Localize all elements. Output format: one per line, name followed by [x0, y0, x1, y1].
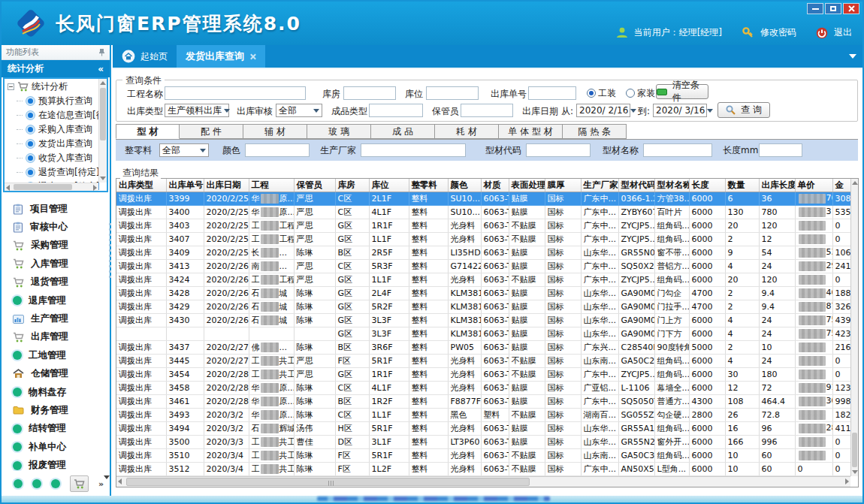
table-row-20[interactable]: 调拨出库35122020/3/4工共工程陈琳F区1L2F整料光身料6063-T5… — [116, 462, 850, 475]
change-password-link[interactable]: 修改密码 — [760, 26, 796, 39]
column-header-16[interactable]: 数量 — [725, 179, 759, 192]
tree-item-1[interactable]: 在途信息查询[待 — [5, 108, 107, 122]
tree-item-4[interactable]: 收货入库查询 — [5, 151, 107, 165]
table-row-8[interactable]: 调拨出库34292020/2/26石城陈琳G区5R2F整料KLM38176063… — [116, 300, 850, 313]
material-tab-6[interactable]: 单 体 型 材 — [499, 124, 563, 139]
table-row-11[interactable]: 调拨出库34372020/2/27佛...陈琳B区3R6F整料PW056063-… — [116, 340, 850, 354]
sidebar-item-5[interactable]: 退库管理 — [2, 291, 110, 309]
sidebar-item-8[interactable]: 工地管理 — [2, 346, 110, 364]
color-input[interactable] — [245, 143, 310, 157]
grid-horizontal-scrollbar[interactable] — [116, 476, 850, 487]
table-row-9[interactable]: 调拨出库34302020/2/26石城陈琳G区3L3F整料KLM38176063… — [116, 313, 850, 327]
tab-list-caret-icon[interactable] — [849, 54, 856, 59]
column-header-3[interactable]: 工程 — [249, 179, 294, 192]
column-header-6[interactable]: 库位 — [369, 179, 409, 192]
sidebar-item-2[interactable]: 采购管理 — [2, 237, 110, 255]
column-header-19[interactable]: 金 — [832, 179, 850, 192]
column-header-8[interactable]: 颜色 — [448, 179, 481, 192]
tree-item-3[interactable]: 发货出库查询 — [5, 137, 107, 151]
column-header-2[interactable]: 出库日期 — [204, 179, 249, 192]
sidebar-item-0[interactable]: 项目管理 — [2, 200, 110, 218]
sidebar-item-6[interactable]: 生产管理 — [2, 309, 110, 327]
table-row-0[interactable]: 调拨出库33992020/2/25华原...严思C区2L1F整料SU10...6… — [116, 192, 850, 205]
table-row-5[interactable]: 调拨出库34132020/2/26南...严思C区5R3F整料G71422606… — [116, 259, 850, 273]
table-row-3[interactable]: 调拨出库34072020/2/25工工程严思G区1L1F整料光身料6063-T5… — [116, 232, 850, 246]
table-row-16[interactable]: 调拨出库34932020/3/2华原...陈琳C区1L1F整料黑色塑料不贴膜国标… — [116, 408, 850, 421]
material-tab-4[interactable]: 成 品 — [371, 124, 435, 139]
radio-gongzhuang[interactable]: 工装 — [587, 87, 616, 100]
sidebar-section-header[interactable]: 统计分析 « — [2, 60, 110, 77]
material-tab-3[interactable]: 玻 璃 — [307, 124, 371, 139]
audit-select[interactable]: 全部 — [276, 104, 322, 117]
grid-vertical-scrollbar[interactable] — [850, 179, 858, 476]
sidebar-item-13[interactable]: 补单中心 — [2, 438, 110, 456]
search-button[interactable]: 查 询 — [717, 102, 770, 118]
tree-horizontal-scrollbar[interactable] — [5, 183, 98, 191]
project-name-input[interactable] — [165, 86, 306, 100]
expander-icon[interactable] — [8, 83, 14, 90]
tab-shipment-query[interactable]: 发货出库查询 — [177, 45, 265, 68]
column-header-18[interactable]: 单价 — [795, 179, 832, 192]
sidebar-item-4[interactable]: 退货管理 — [2, 273, 110, 291]
tree-item-2[interactable]: 采购入库查询 — [5, 122, 107, 137]
tree-root[interactable]: 统计分析 — [5, 79, 107, 94]
tab-home[interactable]: 起始页 — [113, 45, 177, 68]
table-row-7[interactable]: 调拨出库34282020/2/26石城陈琳G区2L4F整料KLM38176063… — [116, 286, 850, 300]
table-row-19[interactable]: 调拨出库35102020/3/4工共工程陈琳F区5R1F整料光身料6063-T5… — [116, 448, 850, 462]
tree-item-0[interactable]: 预算执行查询 — [5, 94, 107, 108]
column-header-4[interactable]: 保管员 — [294, 179, 335, 192]
column-header-12[interactable]: 生产厂家 — [581, 179, 618, 192]
column-header-15[interactable]: 长度 — [689, 179, 725, 192]
column-header-0[interactable]: 出库类型 — [116, 179, 166, 192]
column-header-10[interactable]: 表面处理 — [509, 179, 545, 192]
table-row-10[interactable]: G区3L3F整料KLM38176063-T5贴膜国标山东华...GA90M09.… — [116, 327, 850, 340]
order-no-input[interactable] — [528, 86, 576, 100]
column-header-7[interactable]: 整零料 — [409, 179, 448, 192]
minimize-button[interactable] — [807, 3, 823, 14]
table-row-12[interactable]: 调拨出库34452020/2/27工共工程严思F区5R1F整料光身料6063-T… — [116, 354, 850, 367]
sidebar-item-3[interactable]: 入库管理 — [2, 255, 110, 273]
product-type-input[interactable] — [369, 104, 423, 117]
sidebar-item-1[interactable]: 审核中心 — [2, 218, 110, 236]
maker-input[interactable] — [361, 143, 466, 157]
location-input[interactable] — [426, 86, 479, 100]
sidebar-item-11[interactable]: 财务管理 — [2, 401, 110, 419]
logout-link[interactable]: 退出 — [834, 26, 852, 39]
dot-icon[interactable] — [14, 479, 23, 488]
column-header-11[interactable]: 膜厚 — [545, 179, 581, 192]
material-tab-0[interactable]: 型 材 — [116, 124, 180, 139]
column-header-13[interactable]: 型材代码 — [618, 179, 654, 192]
clear-conditions-button[interactable]: 清空条件 — [656, 84, 708, 99]
table-row-2[interactable]: 调拨出库34032020/2/25工工程严思G区1R1F整料光身料6063-T5… — [116, 219, 850, 232]
splitter-handle[interactable] — [109, 223, 111, 279]
sidebar-item-12[interactable]: 结转管理 — [2, 420, 110, 438]
warehouse-input[interactable] — [343, 86, 396, 100]
material-tab-7[interactable]: 隔 热 条 — [563, 124, 627, 139]
maximize-button[interactable] — [825, 3, 841, 14]
table-row-15[interactable]: 调拨出库34612020/2/28华原...陈琳B区1R2F整料F8877FT6… — [116, 394, 850, 408]
dot-icon[interactable] — [51, 479, 60, 488]
table-row-4[interactable]: 调拨出库34092020/2/25长...陈琳B区2R5F整料LI35HD606… — [116, 246, 850, 259]
table-row-17[interactable]: 调拨出库34942020/3/2石辉城汤伟H区5R1F整料光身料6063-T5贴… — [116, 421, 850, 435]
sidebar-item-14[interactable]: 报废管理 — [2, 456, 110, 471]
close-button[interactable] — [843, 3, 859, 14]
whole-piece-select[interactable]: 全部 — [159, 143, 209, 157]
profile-name-input[interactable] — [643, 143, 712, 157]
pin-icon[interactable] — [98, 48, 105, 56]
material-tab-5[interactable]: 耗 材 — [435, 124, 499, 139]
table-row-13[interactable]: 调拨出库34542020/2/28工共工程严思G区1R1F整料光身料6063-T… — [116, 367, 850, 381]
sidebar-item-9[interactable]: 仓储管理 — [2, 365, 110, 383]
sidebar-item-7[interactable]: 出库管理 — [2, 328, 110, 346]
column-header-5[interactable]: 库房 — [335, 179, 369, 192]
material-tab-1[interactable]: 配 件 — [180, 124, 243, 139]
column-header-1[interactable]: 出库单号 — [166, 179, 204, 192]
length-input[interactable] — [759, 143, 802, 157]
tree-vertical-scrollbar[interactable] — [98, 79, 107, 183]
keeper-input[interactable] — [461, 104, 513, 117]
table-row-18[interactable]: 调拨出库35002020/3/3工共工程曹佳D区3L1F整料LT3P606063… — [116, 435, 850, 448]
date-from-picker[interactable]: 2020/ 2/16 — [576, 104, 630, 117]
cart-shortcut-button[interactable] — [70, 475, 89, 492]
table-row-6[interactable]: 调拨出库34242020/2/26工工程严思G区1L1F整料光身料6063-T5… — [116, 273, 850, 286]
out-type-select[interactable]: 生产领料出库 — [165, 104, 229, 117]
dot-icon[interactable] — [32, 479, 41, 488]
